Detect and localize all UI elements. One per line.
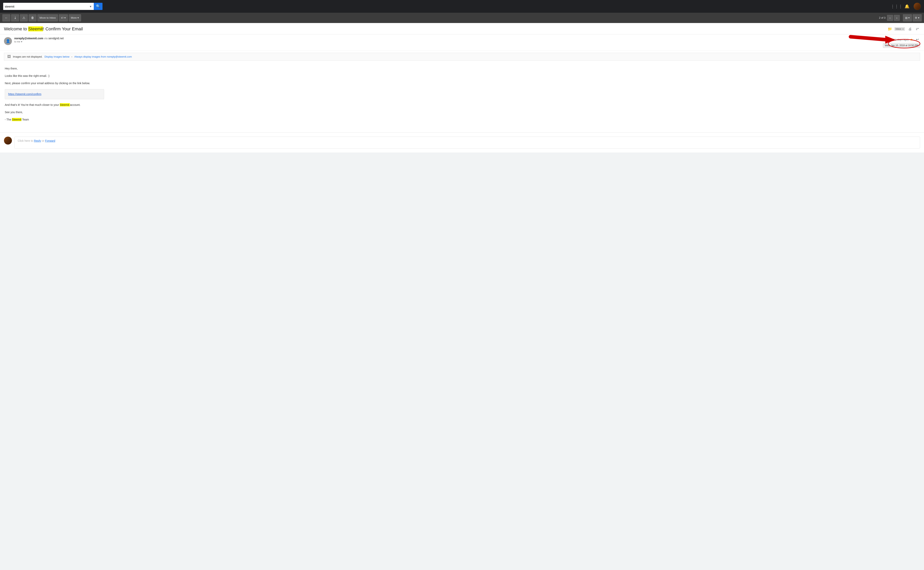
prev-email-button[interactable]: ‹ bbox=[887, 15, 893, 21]
sender-via-domain: sendgrid.net bbox=[49, 37, 64, 40]
search-button[interactable]: 🔍 bbox=[94, 3, 103, 10]
sender-avatar: 👤 bbox=[4, 37, 12, 45]
delete-button[interactable]: 🗑 bbox=[29, 14, 37, 21]
spam-icon: ⚠ bbox=[23, 16, 25, 20]
labels-button[interactable]: 🏷 ▾ bbox=[59, 14, 68, 21]
reply-link[interactable]: Reply bbox=[34, 139, 41, 142]
steemit-highlight-body: Steemit bbox=[60, 103, 70, 106]
notifications-button[interactable]: 🔔 bbox=[903, 3, 910, 10]
search-icon: 🔍 bbox=[96, 4, 100, 9]
body-greeting: Hey there, bbox=[5, 66, 919, 71]
settings-button[interactable]: ⚙ ▾ bbox=[913, 14, 922, 21]
signature-end: Team bbox=[22, 118, 29, 121]
search-input[interactable] bbox=[5, 5, 89, 8]
reply-button[interactable]: ↩ bbox=[915, 37, 920, 42]
body-line4: And that’s it! You’re that much closer t… bbox=[5, 103, 919, 107]
sender-info: noreply@steemit.com via sendgrid.net to … bbox=[14, 37, 883, 43]
steemit-highlight-signature: Steemit bbox=[12, 118, 21, 121]
search-input-wrapper: ▾ bbox=[3, 3, 94, 10]
images-warning-bar: 🖼 Images are not displayed. Display imag… bbox=[4, 53, 920, 61]
body-line4-end: account. bbox=[70, 103, 80, 106]
back-icon: ← bbox=[5, 16, 8, 20]
avatar[interactable] bbox=[914, 3, 921, 10]
to-label: to me bbox=[14, 40, 20, 43]
prev-icon: ‹ bbox=[890, 16, 891, 20]
archive-icon: ⤓ bbox=[14, 16, 17, 20]
sender-to: to me ▾ bbox=[14, 40, 883, 43]
sender-via: via bbox=[44, 37, 49, 40]
folder-icon: 📁 bbox=[888, 27, 892, 31]
email-date-short: Jan 10 (11 days ago) bbox=[884, 38, 909, 41]
email-meta: Jan 10 (11 days ago) ★ ↩ Wed, Jan 10, 20… bbox=[883, 37, 920, 48]
inbox-tag-close[interactable]: ✕ bbox=[902, 28, 904, 30]
move-to-inbox-label: Move to Inbox bbox=[40, 16, 56, 19]
inbox-tag[interactable]: Inbox ✕ bbox=[895, 27, 905, 31]
reply-area: Click here to Reply or Forward bbox=[0, 132, 924, 152]
body-see-you: See you there, bbox=[5, 110, 919, 115]
print-icon: 🖨 bbox=[908, 27, 912, 31]
toolbar: ← ⤓ ⚠ 🗑 Move to Inbox 🏷 ▾ More ▾ 2 of 3 … bbox=[0, 13, 924, 23]
star-button[interactable]: ★ bbox=[910, 38, 913, 41]
next-icon: › bbox=[896, 16, 897, 20]
display-images-link[interactable]: Display images below bbox=[45, 55, 69, 58]
sender-avatar-icon: 👤 bbox=[6, 39, 10, 43]
forward-link[interactable]: Forward bbox=[45, 139, 55, 142]
view-dropdown-icon: ▾ bbox=[908, 16, 910, 19]
reply-box[interactable]: Click here to Reply or Forward bbox=[14, 136, 920, 149]
signature-start: - The bbox=[5, 118, 12, 121]
email-date-full: Wed, Jan 10, 2018 at 10:50 PM bbox=[883, 43, 920, 48]
email-area: Welcome to Steemit! Confirm Your Email 📁… bbox=[0, 23, 924, 152]
move-to-inbox-button[interactable]: Move to Inbox bbox=[37, 14, 58, 21]
top-bar-right: ⋮⋮⋮ 🔔 bbox=[893, 3, 921, 10]
next-email-button[interactable]: › bbox=[894, 15, 900, 21]
apps-icon: ⋮⋮⋮ bbox=[891, 4, 903, 9]
top-bar: ▾ 🔍 ⋮⋮⋮ 🔔 bbox=[0, 0, 924, 13]
always-display-link[interactable]: Always display images from noreply@steem… bbox=[74, 55, 132, 58]
search-container: ▾ 🔍 bbox=[3, 3, 103, 10]
search-dropdown-button[interactable]: ▾ bbox=[89, 5, 92, 8]
apps-button[interactable]: ⋮⋮⋮ bbox=[893, 3, 900, 10]
toolbar-right: ▤ ▾ ⚙ ▾ bbox=[903, 14, 922, 21]
bell-icon: 🔔 bbox=[904, 4, 910, 9]
email-subject-bar: Welcome to Steemit! Confirm Your Email 📁… bbox=[0, 23, 924, 34]
reply-icon: ↩ bbox=[916, 37, 919, 42]
spam-button[interactable]: ⚠ bbox=[20, 14, 28, 21]
subject-highlight: Steemit bbox=[28, 26, 43, 31]
inbox-tag-label: Inbox bbox=[896, 28, 901, 31]
to-dropdown-icon[interactable]: ▾ bbox=[21, 40, 22, 43]
body-line3: Next, please confirm your email address … bbox=[5, 81, 919, 86]
email-subject-actions: 🖨 ⥂ bbox=[907, 26, 920, 32]
view-button[interactable]: ▤ ▾ bbox=[903, 14, 912, 21]
gear-icon: ⚙ bbox=[915, 16, 917, 19]
archive-button[interactable]: ⤓ bbox=[11, 14, 19, 21]
labels-icon: 🏷 bbox=[61, 16, 64, 19]
email-body: Hey there, Looks like this was the right… bbox=[0, 63, 924, 129]
trash-icon: 🗑 bbox=[31, 16, 34, 20]
avatar-image bbox=[914, 3, 921, 10]
body-line2: Looks like this was the right email. :) bbox=[5, 74, 919, 78]
body-line4-text: And that’s it! You’re that much closer t… bbox=[5, 103, 59, 106]
sender-email: noreply@steemit.com bbox=[14, 37, 43, 40]
reply-or: or bbox=[42, 139, 45, 142]
more-button[interactable]: More ▾ bbox=[69, 14, 81, 21]
images-warning-text: Images are not displayed. bbox=[13, 55, 43, 58]
body-signature: - The Steemit Team bbox=[5, 117, 919, 122]
confirm-link[interactable]: https://steemit.com/confirm bbox=[8, 92, 41, 96]
images-separator: - bbox=[72, 55, 72, 58]
back-button[interactable]: ← bbox=[2, 14, 10, 21]
popout-button[interactable]: ⥂ bbox=[915, 26, 920, 32]
sender-name-line: noreply@steemit.com via sendgrid.net bbox=[14, 37, 883, 40]
labels-dropdown-icon: ▾ bbox=[64, 16, 66, 19]
more-label: More bbox=[71, 16, 77, 19]
email-subject: Welcome to Steemit! Confirm Your Email bbox=[4, 26, 885, 32]
more-dropdown-icon: ▾ bbox=[77, 16, 79, 19]
reply-avatar bbox=[4, 136, 12, 144]
email-meta-top-row: Jan 10 (11 days ago) ★ ↩ bbox=[884, 37, 920, 42]
print-button[interactable]: 🖨 bbox=[907, 26, 913, 32]
view-icon: ▤ bbox=[905, 16, 907, 19]
popout-icon: ⥂ bbox=[916, 27, 919, 31]
reply-placeholder-text: Click here to bbox=[18, 139, 34, 142]
confirm-link-box: https://steemit.com/confirm bbox=[5, 89, 104, 99]
email-header: 👤 noreply@steemit.com via sendgrid.net t… bbox=[0, 34, 924, 51]
settings-dropdown-icon: ▾ bbox=[918, 16, 919, 19]
